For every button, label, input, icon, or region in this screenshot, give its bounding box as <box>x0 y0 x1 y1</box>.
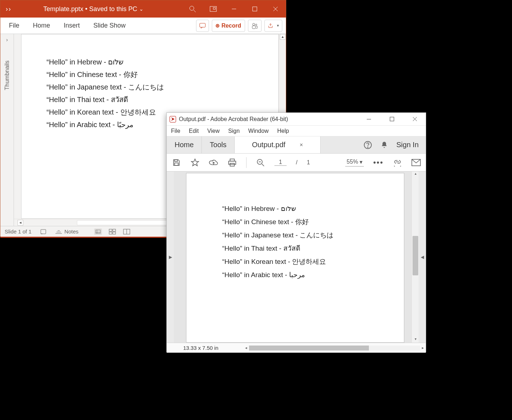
scroll-track[interactable] <box>249 346 420 351</box>
upload-cloud-icon[interactable] <box>209 158 218 167</box>
record-button[interactable]: Record <box>212 20 245 32</box>
tab-document-label: Output.pdf <box>252 141 285 149</box>
zoom-level-dropdown[interactable]: 55% ▾ <box>345 159 364 166</box>
normal-view-button[interactable] <box>94 228 102 235</box>
thumbnails-rail[interactable]: › Thumbnails <box>0 34 14 226</box>
save-icon[interactable] <box>172 158 181 167</box>
pdf-text-line: “Hello” in Hebrew - שלום <box>222 202 404 215</box>
separator <box>246 157 247 168</box>
tab-slideshow[interactable]: Slide Show <box>88 19 131 32</box>
document-title[interactable]: Template.pptx • Saved to this PC ⌄ <box>43 5 143 13</box>
page-dimensions: 13.33 x 7.50 in <box>183 345 218 351</box>
svg-rect-3 <box>213 8 215 9</box>
menu-view[interactable]: View <box>207 128 219 134</box>
vertical-scrollbar[interactable]: ▴ ▾ <box>411 172 419 343</box>
help-icon[interactable] <box>364 141 372 149</box>
svg-rect-31 <box>175 160 177 161</box>
close-button[interactable] <box>265 0 286 18</box>
record-label: Record <box>221 23 241 29</box>
svg-rect-34 <box>230 159 234 161</box>
bell-icon[interactable] <box>380 141 389 149</box>
thumbnails-label: Thumbnails <box>4 61 10 90</box>
notes-label: Notes <box>64 228 78 235</box>
ribbon-overflow-button[interactable]: ›› <box>3 5 15 13</box>
svg-point-10 <box>255 24 257 25</box>
window-controls <box>364 117 423 122</box>
right-nav-rail[interactable]: ◀ <box>419 172 426 343</box>
menu-file[interactable]: File <box>171 128 180 134</box>
zoom-value: 55% <box>347 159 358 165</box>
expand-thumbnails-icon[interactable]: › <box>6 37 8 43</box>
svg-point-0 <box>190 6 194 10</box>
scroll-right-icon[interactable]: ▸ <box>420 346 426 350</box>
svg-rect-8 <box>200 23 205 27</box>
minimize-button[interactable] <box>364 117 374 122</box>
reading-view-button[interactable] <box>123 228 131 235</box>
ribbon-tabs: File Home Insert Slide Show Record ▾ <box>0 18 286 34</box>
svg-rect-20 <box>113 229 116 231</box>
svg-point-9 <box>253 23 255 25</box>
tab-tools[interactable]: Tools <box>202 136 235 153</box>
maximize-button[interactable] <box>386 117 397 122</box>
page-current-input[interactable]: 1 <box>274 159 287 166</box>
scroll-thumb[interactable] <box>413 236 418 275</box>
search-icon[interactable] <box>182 0 203 18</box>
minimize-button[interactable] <box>224 0 244 18</box>
comments-button[interactable] <box>196 20 209 32</box>
scroll-left-icon[interactable]: ◂ <box>243 346 249 350</box>
svg-rect-16 <box>96 230 101 233</box>
svg-rect-11 <box>252 26 255 29</box>
menu-window[interactable]: Window <box>248 128 269 134</box>
horizontal-scrollbar[interactable]: ◂ ▸ <box>243 346 426 351</box>
star-icon[interactable] <box>190 158 200 167</box>
status-bar: 13.33 x 7.50 in ◂ ▸ <box>167 343 426 353</box>
pdf-text-line: “Hello” in Japanese text - こんにちは <box>222 228 404 242</box>
page-viewport[interactable]: “Hello” in Hebrew - שלום “Hello” in Chin… <box>174 172 411 343</box>
scroll-left-icon[interactable]: ◄ <box>18 220 23 226</box>
close-button[interactable] <box>409 117 420 122</box>
maximize-button[interactable] <box>244 0 265 18</box>
svg-marker-33 <box>191 159 199 166</box>
left-nav-rail[interactable]: ▶ <box>167 172 174 343</box>
page-total: 1 <box>307 159 310 166</box>
close-tab-icon[interactable]: × <box>300 142 303 148</box>
chevron-down-icon: ▾ <box>360 159 362 165</box>
scroll-thumb[interactable] <box>249 346 369 351</box>
svg-point-30 <box>367 147 368 148</box>
scroll-up-icon[interactable]: ▴ <box>413 172 418 177</box>
more-icon[interactable]: ••• <box>373 158 384 167</box>
scroll-up-icon[interactable]: ▲ <box>280 34 286 40</box>
notes-button[interactable]: Notes <box>55 228 78 235</box>
pdf-text-line: “Hello” in Arabic text - مرحبا <box>222 268 404 281</box>
svg-rect-22 <box>113 232 116 234</box>
scroll-down-icon[interactable]: ▾ <box>413 337 418 343</box>
menu-edit[interactable]: Edit <box>189 128 199 134</box>
slidesorter-view-button[interactable] <box>108 228 116 235</box>
slide-text-line: “Hello” in Hebrew - שלום <box>47 56 278 68</box>
pdf-icon <box>170 116 176 122</box>
email-icon[interactable] <box>411 158 421 167</box>
svg-rect-26 <box>390 117 394 121</box>
tab-document[interactable]: Output.pdf × <box>235 136 321 153</box>
svg-line-38 <box>262 164 264 166</box>
pdf-text-line: “Hello” in Thai text - สวัสดี <box>222 242 404 255</box>
accessibility-button[interactable] <box>40 228 47 235</box>
menu-help[interactable]: Help <box>277 128 289 134</box>
ribbon-mode-icon[interactable] <box>203 0 224 18</box>
pdf-text-line: “Hello” in Chinese text - 你好 <box>222 215 404 228</box>
menu-sign[interactable]: Sign <box>228 128 240 134</box>
tab-file[interactable]: File <box>4 19 24 32</box>
slide-text-line: “Hello” in Thai text - สวัสดี <box>47 93 278 106</box>
chevron-down-icon: ▾ <box>277 23 279 28</box>
teams-button[interactable] <box>248 20 262 32</box>
tab-home[interactable]: Home <box>167 136 202 153</box>
print-icon[interactable] <box>228 158 237 167</box>
sign-in-button[interactable]: Sign In <box>396 141 419 149</box>
zoom-icon[interactable] <box>256 158 265 167</box>
share-button[interactable]: ▾ <box>264 20 282 32</box>
tab-insert[interactable]: Insert <box>59 19 85 32</box>
svg-line-1 <box>194 10 196 12</box>
tab-home[interactable]: Home <box>28 19 55 32</box>
page-separator: / <box>296 159 297 166</box>
share-link-icon[interactable] <box>393 158 402 167</box>
